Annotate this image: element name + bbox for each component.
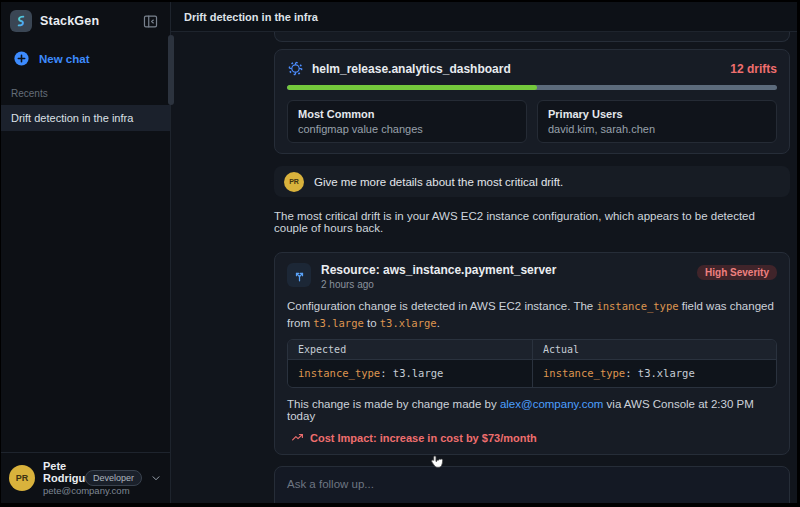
user-info: Pete Rodriguez pete@company.com: [43, 460, 77, 496]
stackgen-logo-icon: [10, 10, 32, 32]
resource-timestamp: 2 hours ago: [321, 279, 556, 290]
diff-cell-expected: instance_type: t3.large: [288, 360, 532, 387]
sidebar-spacer: [1, 131, 170, 452]
app-name: StackGen: [40, 14, 132, 28]
resource-title-group: Resource: aws_instance.payment_server 2 …: [321, 263, 556, 290]
trending-up-icon: [291, 431, 304, 444]
user-avatar: PR: [9, 465, 35, 491]
drift-progress-fill: [287, 85, 537, 90]
code-t3-large: t3.large: [313, 317, 364, 329]
recents-section-label: Recents: [1, 75, 170, 105]
role-badge: Developer: [85, 470, 142, 486]
stat-primary-users: Primary Users david.kim, sarah.chen: [537, 100, 777, 143]
composer: ↑: [274, 466, 790, 503]
diff-table-header-actual: Actual: [532, 340, 776, 360]
drift-stats: Most Common configmap value changes Prim…: [287, 100, 777, 143]
user-message-text: Give me more details about the most crit…: [314, 176, 563, 188]
sidebar-scrollbar-thumb[interactable]: [168, 35, 174, 105]
diff-key: instance_type: [543, 367, 625, 379]
diff-table: Expected Actual instance_type: t3.large …: [287, 339, 777, 388]
diff-table-header-expected: Expected: [288, 340, 532, 360]
resource-description: Configuration change is detected in AWS …: [287, 298, 777, 331]
sidebar: StackGen New chat Recents Drift detect: [1, 2, 171, 503]
email-link[interactable]: alex@company.com: [500, 398, 604, 410]
cost-impact: Cost Impact: increase in cost by $73/mon…: [287, 431, 777, 444]
previous-card-clipped: [274, 32, 790, 42]
user-email: pete@company.com: [43, 485, 77, 496]
stat-value: configmap value changes: [298, 123, 516, 135]
drift-summary-header: helm_release.analytics_dashboard 12 drif…: [287, 60, 777, 77]
change-attribution: This change is made by change made by al…: [287, 398, 777, 422]
user-message: PR Give me more details about the most c…: [274, 166, 790, 197]
stackgen-app: StackGen New chat Recents Drift detect: [1, 2, 797, 503]
diff-cell-actual: instance_type: t3.xlarge: [532, 360, 776, 387]
resource-detail-card: Resource: aws_instance.payment_server 2 …: [274, 252, 790, 455]
drift-resource-name: helm_release.analytics_dashboard: [312, 62, 722, 76]
diff-value: : t3.xlarge: [625, 367, 695, 379]
stat-label: Most Common: [298, 108, 516, 120]
main-header: Drift detection in the infra: [171, 2, 797, 32]
stat-most-common: Most Common configmap value changes: [287, 100, 527, 143]
chevron-down-icon[interactable]: [150, 472, 162, 484]
assistant-intro-text: The most critical drift is in your AWS E…: [274, 210, 790, 234]
stat-label: Primary Users: [548, 108, 766, 120]
chat-scroll-area: helm_release.analytics_dashboard 12 drif…: [171, 32, 797, 503]
cost-impact-text: Cost Impact: increase in cost by $73/mon…: [310, 432, 537, 444]
drift-count: 12 drifts: [730, 62, 777, 76]
description-text: to: [364, 317, 380, 329]
resource-title: Resource: aws_instance.payment_server: [321, 263, 556, 277]
user-name: Pete Rodriguez: [43, 460, 77, 484]
sidebar-header: StackGen: [1, 2, 170, 38]
sidebar-item-drift-detection[interactable]: Drift detection in the infra: [1, 105, 170, 131]
code-t3-xlarge: t3.xlarge: [380, 317, 437, 329]
diff-value: : t3.large: [380, 367, 443, 379]
code-instance-type: instance_type: [596, 300, 678, 312]
new-chat-label: New chat: [39, 53, 90, 65]
follow-up-input[interactable]: [275, 467, 789, 503]
branch-split-icon: [287, 263, 311, 287]
diff-key: instance_type: [298, 367, 380, 379]
window-frame: StackGen New chat Recents Drift detect: [0, 0, 800, 507]
user-message-avatar: PR: [284, 172, 304, 192]
user-profile-row[interactable]: PR Pete Rodriguez pete@company.com Devel…: [1, 452, 170, 503]
attribution-text: This change is made by change made by: [287, 398, 500, 410]
stat-value: david.kim, sarah.chen: [548, 123, 766, 135]
conversation-title: Drift detection in the infra: [184, 11, 318, 23]
main-panel: Drift detection in the infra helm_releas…: [171, 2, 797, 503]
severity-badge: High Severity: [697, 265, 777, 280]
new-chat-button[interactable]: New chat: [1, 41, 170, 75]
description-text: .: [437, 317, 440, 329]
drift-progress-bar: [287, 85, 777, 90]
description-text: Configuration change is detected in AWS …: [287, 300, 596, 312]
plus-circle-icon: [13, 50, 30, 67]
collapse-sidebar-icon[interactable]: [140, 11, 160, 31]
helm-icon: [287, 60, 304, 77]
drift-summary-card: helm_release.analytics_dashboard 12 drif…: [274, 49, 790, 154]
resource-card-header: Resource: aws_instance.payment_server 2 …: [287, 263, 777, 290]
